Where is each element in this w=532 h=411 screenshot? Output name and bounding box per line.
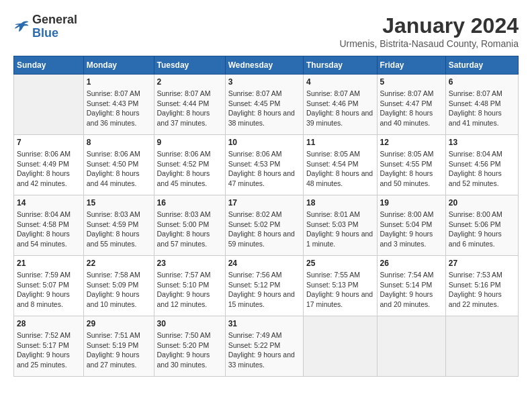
day-number: 28 [17,319,81,328]
day-detail: Sunrise: 8:04 AMSunset: 4:58 PMDaylight:… [17,210,81,249]
day-number: 22 [87,259,151,268]
calendar-cell [445,316,518,377]
day-number: 3 [228,77,300,87]
weekday-header-friday: Friday [377,56,445,75]
calendar-cell: 21Sunrise: 7:59 AMSunset: 5:07 PMDayligh… [14,256,84,316]
day-number: 15 [87,198,151,208]
day-number: 10 [228,138,300,147]
calendar-cell: 22Sunrise: 7:58 AMSunset: 5:09 PMDayligh… [83,256,154,316]
calendar-cell: 14Sunrise: 8:04 AMSunset: 4:58 PMDayligh… [14,195,84,256]
calendar-cell: 17Sunrise: 8:02 AMSunset: 5:02 PMDayligh… [225,195,303,256]
day-detail: Sunrise: 8:07 AMSunset: 4:46 PMDaylight:… [306,89,374,128]
day-detail: Sunrise: 8:00 AMSunset: 5:04 PMDaylight:… [380,210,443,249]
calendar-cell: 7Sunrise: 8:06 AMSunset: 4:49 PMDaylight… [14,135,84,195]
calendar-cell: 13Sunrise: 8:04 AMSunset: 4:56 PMDayligh… [445,135,518,195]
day-detail: Sunrise: 7:50 AMSunset: 5:20 PMDaylight:… [157,330,222,370]
calendar-cell: 31Sunrise: 7:49 AMSunset: 5:22 PMDayligh… [225,316,303,377]
calendar-cell: 4Sunrise: 8:07 AMSunset: 4:46 PMDaylight… [303,75,377,135]
week-row-5: 28Sunrise: 7:52 AMSunset: 5:17 PMDayligh… [14,316,519,377]
weekday-header-tuesday: Tuesday [154,56,225,75]
day-detail: Sunrise: 8:00 AMSunset: 5:06 PMDaylight:… [449,210,515,249]
day-number: 27 [449,259,515,268]
calendar-cell: 19Sunrise: 8:00 AMSunset: 5:04 PMDayligh… [377,195,445,256]
day-detail: Sunrise: 8:07 AMSunset: 4:47 PMDaylight:… [380,89,443,128]
calendar-cell: 2Sunrise: 8:07 AMSunset: 4:44 PMDaylight… [154,75,225,135]
day-detail: Sunrise: 7:49 AMSunset: 5:22 PMDaylight:… [228,330,300,370]
calendar-table: SundayMondayTuesdayWednesdayThursdayFrid… [13,56,519,377]
week-row-2: 7Sunrise: 8:06 AMSunset: 4:49 PMDaylight… [14,135,519,195]
day-number: 7 [17,138,81,147]
calendar-cell: 18Sunrise: 8:01 AMSunset: 5:03 PMDayligh… [303,195,377,256]
calendar-cell [14,75,84,135]
day-detail: Sunrise: 7:59 AMSunset: 5:07 PMDaylight:… [17,270,81,310]
calendar-cell: 16Sunrise: 8:03 AMSunset: 5:00 PMDayligh… [154,195,225,256]
weekday-header-sunday: Sunday [14,56,84,75]
day-number: 11 [306,138,374,147]
weekday-header-thursday: Thursday [303,56,377,75]
calendar-cell: 15Sunrise: 8:03 AMSunset: 4:59 PMDayligh… [83,195,154,256]
day-number: 5 [380,77,443,87]
weekday-header-monday: Monday [83,56,154,75]
calendar-cell: 1Sunrise: 8:07 AMSunset: 4:43 PMDaylight… [83,75,154,135]
day-number: 16 [157,198,222,208]
day-number: 1 [87,77,151,87]
day-detail: Sunrise: 8:07 AMSunset: 4:44 PMDaylight:… [157,89,222,128]
day-detail: Sunrise: 8:06 AMSunset: 4:53 PMDaylight:… [228,149,300,189]
day-number: 8 [87,138,151,147]
calendar-cell: 30Sunrise: 7:50 AMSunset: 5:20 PMDayligh… [154,316,225,377]
calendar-cell [377,316,445,377]
day-detail: Sunrise: 8:01 AMSunset: 5:03 PMDaylight:… [306,210,374,249]
day-number: 17 [228,198,300,208]
day-number: 9 [157,138,222,147]
day-number: 21 [17,259,81,268]
day-number: 6 [449,77,515,87]
calendar-cell: 23Sunrise: 7:57 AMSunset: 5:10 PMDayligh… [154,256,225,316]
day-detail: Sunrise: 8:02 AMSunset: 5:02 PMDaylight:… [228,210,300,249]
day-detail: Sunrise: 8:07 AMSunset: 4:48 PMDaylight:… [449,89,515,128]
day-detail: Sunrise: 7:57 AMSunset: 5:10 PMDaylight:… [157,270,222,310]
weekday-header-saturday: Saturday [445,56,518,75]
day-number: 2 [157,77,222,87]
calendar-cell: 27Sunrise: 7:53 AMSunset: 5:16 PMDayligh… [445,256,518,316]
calendar-cell: 11Sunrise: 8:05 AMSunset: 4:54 PMDayligh… [303,135,377,195]
day-detail: Sunrise: 8:06 AMSunset: 4:52 PMDaylight:… [157,149,222,189]
day-detail: Sunrise: 7:52 AMSunset: 5:17 PMDaylight:… [17,330,81,370]
day-number: 13 [449,138,515,147]
calendar-cell: 24Sunrise: 7:56 AMSunset: 5:12 PMDayligh… [225,256,303,316]
day-detail: Sunrise: 8:07 AMSunset: 4:45 PMDaylight:… [228,89,300,128]
day-number: 23 [157,259,222,268]
day-detail: Sunrise: 8:03 AMSunset: 5:00 PMDaylight:… [157,210,222,249]
day-detail: Sunrise: 7:58 AMSunset: 5:09 PMDaylight:… [87,270,151,310]
day-number: 18 [306,198,374,208]
logo-blue-text: Blue [32,26,58,40]
day-detail: Sunrise: 8:06 AMSunset: 4:50 PMDaylight:… [87,149,151,189]
calendar-cell: 26Sunrise: 7:54 AMSunset: 5:14 PMDayligh… [377,256,445,316]
week-row-4: 21Sunrise: 7:59 AMSunset: 5:07 PMDayligh… [14,256,519,316]
logo-general-text: General [32,13,77,26]
month-title: January 2024 [339,13,519,38]
calendar-cell [303,316,377,377]
day-detail: Sunrise: 7:56 AMSunset: 5:12 PMDaylight:… [228,270,300,310]
day-number: 14 [17,198,81,208]
page-header: General Blue January 2024 Urmenis, Bistr… [13,13,519,49]
calendar-cell: 10Sunrise: 8:06 AMSunset: 4:53 PMDayligh… [225,135,303,195]
day-number: 24 [228,259,300,268]
day-detail: Sunrise: 8:07 AMSunset: 4:43 PMDaylight:… [87,89,151,128]
day-detail: Sunrise: 8:06 AMSunset: 4:49 PMDaylight:… [17,149,81,189]
day-number: 30 [157,319,222,328]
day-number: 29 [87,319,151,328]
day-number: 4 [306,77,374,87]
location-subtitle: Urmenis, Bistrita-Nasaud County, Romania [339,38,519,49]
day-detail: Sunrise: 8:05 AMSunset: 4:54 PMDaylight:… [306,149,374,189]
day-number: 19 [380,198,443,208]
calendar-cell: 5Sunrise: 8:07 AMSunset: 4:47 PMDaylight… [377,75,445,135]
day-detail: Sunrise: 8:05 AMSunset: 4:55 PMDaylight:… [380,149,443,189]
day-detail: Sunrise: 7:54 AMSunset: 5:14 PMDaylight:… [380,270,443,310]
day-detail: Sunrise: 8:04 AMSunset: 4:56 PMDaylight:… [449,149,515,189]
calendar-cell: 20Sunrise: 8:00 AMSunset: 5:06 PMDayligh… [445,195,518,256]
day-detail: Sunrise: 7:55 AMSunset: 5:13 PMDaylight:… [306,270,374,310]
day-number: 20 [449,198,515,208]
title-area: January 2024 Urmenis, Bistrita-Nasaud Co… [339,13,519,49]
calendar-cell: 28Sunrise: 7:52 AMSunset: 5:17 PMDayligh… [14,316,84,377]
calendar-cell: 6Sunrise: 8:07 AMSunset: 4:48 PMDaylight… [445,75,518,135]
